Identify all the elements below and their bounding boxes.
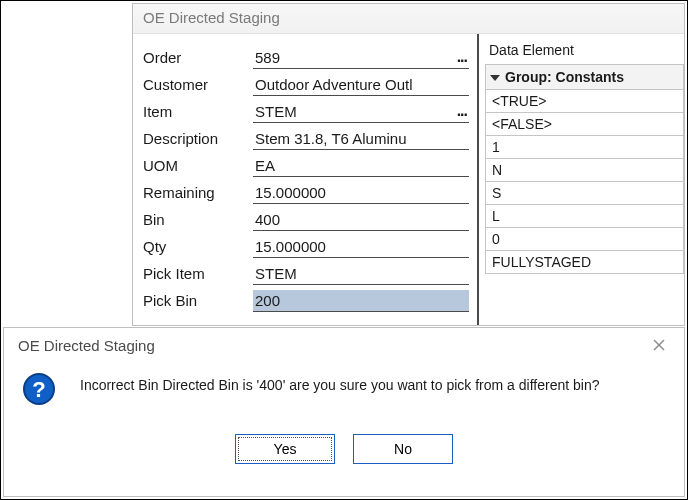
list-item[interactable]: 1 [485, 136, 684, 159]
side-panel: Data Element Group: Constants <TRUE><FAL… [479, 34, 684, 325]
yes-button[interactable]: Yes [235, 434, 335, 464]
field-input-wrap [253, 128, 469, 150]
window-title: OE Directed Staging [133, 4, 684, 34]
field-row: Description [143, 125, 469, 152]
list-item[interactable]: <FALSE> [485, 113, 684, 136]
field-row: Qty [143, 233, 469, 260]
list-item[interactable]: <TRUE> [485, 90, 684, 113]
side-panel-header: Data Element [485, 40, 684, 64]
dialog-header: OE Directed Staging [4, 328, 684, 362]
dialog-message: Incorrect Bin Directed Bin is '400' are … [80, 368, 599, 394]
field-row: Remaining [143, 179, 469, 206]
field-label: Description [143, 130, 253, 147]
field-input[interactable] [253, 76, 469, 93]
field-label: Bin [143, 211, 253, 228]
field-input[interactable] [253, 238, 469, 255]
side-group-header[interactable]: Group: Constants [485, 64, 684, 90]
field-row: Bin [143, 206, 469, 233]
field-input[interactable] [253, 265, 469, 282]
lookup-button[interactable]: ... [445, 104, 469, 118]
field-input-wrap [253, 155, 469, 177]
dialog-body: ? Incorrect Bin Directed Bin is '400' ar… [4, 362, 684, 406]
field-label: Customer [143, 76, 253, 93]
field-input[interactable] [253, 157, 469, 174]
field-input[interactable] [253, 49, 445, 66]
field-input-wrap [253, 236, 469, 258]
content-row: Order...CustomerItem...DescriptionUOMRem… [133, 34, 684, 325]
field-input[interactable] [253, 103, 445, 120]
list-item[interactable]: L [485, 205, 684, 228]
field-input[interactable] [253, 130, 469, 147]
field-label: Qty [143, 238, 253, 255]
field-label: Item [143, 103, 253, 120]
list-item[interactable]: N [485, 159, 684, 182]
field-input-wrap: ... [253, 47, 469, 69]
side-list: <TRUE><FALSE>1NSL0FULLYSTAGED [485, 90, 684, 274]
field-input[interactable] [253, 184, 469, 201]
field-input-wrap [253, 290, 469, 312]
field-label: Remaining [143, 184, 253, 201]
field-input-wrap [253, 182, 469, 204]
field-row: Order... [143, 44, 469, 71]
lookup-button[interactable]: ... [445, 50, 469, 64]
field-label: Order [143, 49, 253, 66]
field-input-wrap [253, 263, 469, 285]
close-icon [653, 339, 665, 351]
field-input-wrap [253, 209, 469, 231]
collapse-icon [490, 75, 500, 81]
field-input[interactable] [253, 292, 469, 309]
confirm-dialog: OE Directed Staging ? Incorrect Bin Dire… [3, 327, 685, 497]
field-input-wrap: ... [253, 101, 469, 123]
no-button[interactable]: No [353, 434, 453, 464]
list-item[interactable]: FULLYSTAGED [485, 251, 684, 274]
field-label: UOM [143, 157, 253, 174]
dialog-close-button[interactable] [644, 332, 674, 358]
field-input-wrap [253, 74, 469, 96]
list-item[interactable]: 0 [485, 228, 684, 251]
side-group-label: Group: Constants [505, 69, 624, 85]
field-row: Pick Item [143, 260, 469, 287]
dialog-title: OE Directed Staging [18, 337, 155, 354]
app-window: OE Directed Staging Order...CustomerItem… [132, 3, 685, 326]
svg-text:?: ? [32, 377, 45, 402]
list-item[interactable]: S [485, 182, 684, 205]
question-icon: ? [22, 372, 56, 406]
field-row: Customer [143, 71, 469, 98]
dialog-button-row: Yes No [4, 434, 684, 464]
field-label: Pick Bin [143, 292, 253, 309]
field-row: Item... [143, 98, 469, 125]
field-row: UOM [143, 152, 469, 179]
field-row: Pick Bin [143, 287, 469, 314]
form-panel: Order...CustomerItem...DescriptionUOMRem… [133, 34, 479, 325]
field-label: Pick Item [143, 265, 253, 282]
field-input[interactable] [253, 211, 469, 228]
